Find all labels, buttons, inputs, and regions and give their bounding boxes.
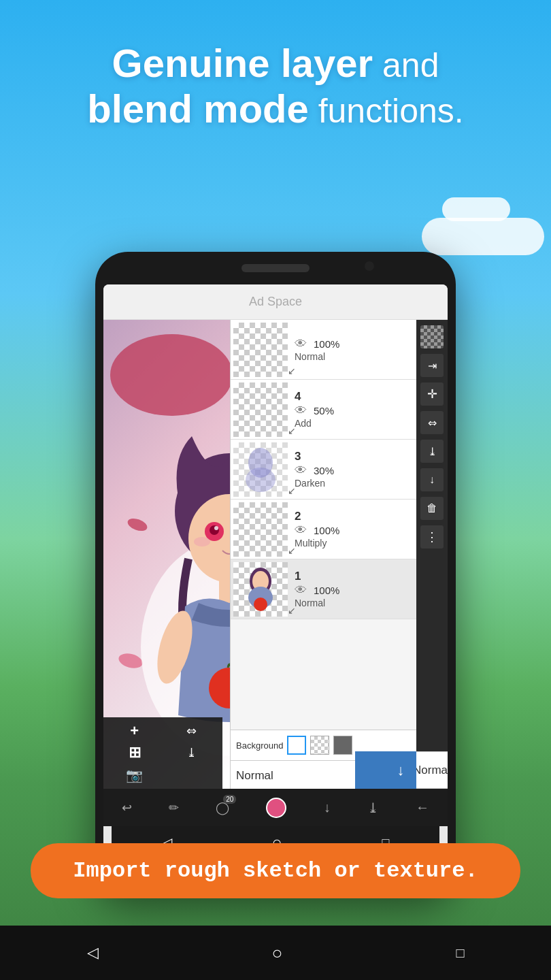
add-layer-btn[interactable]: + (107, 721, 163, 741)
drawing-toolbar: ↩ ✏ ◯ 20 ↓ ⤓ ← (103, 789, 448, 826)
layer-thumb-3 (233, 442, 288, 497)
bg-checker-swatch[interactable] (310, 736, 329, 755)
headline-bold-1: Genuine layer (112, 41, 373, 85)
headline: Genuine layer and blend mode functions. (0, 41, 551, 131)
layer-move-1: ↙ (288, 605, 296, 616)
move-icon[interactable]: ✛ (420, 382, 444, 406)
cloud-2 (442, 197, 510, 221)
layer-row-1[interactable]: 1 👁 100% Normal ↙ (231, 559, 448, 619)
cloud-1 (422, 218, 544, 255)
color-swatch[interactable] (266, 798, 286, 818)
flip-h-btn[interactable]: ⇔ (164, 721, 220, 741)
orange-banner-text: Import rough sketch or texture. (73, 858, 478, 883)
sys-home-btn[interactable]: ○ (272, 943, 283, 964)
normal-blend-label: Normal (413, 764, 448, 777)
layer-move-2: ↙ (288, 545, 296, 556)
layer-opacity-1: 100% (314, 585, 339, 596)
eye-icon-top[interactable]: 👁 (295, 337, 307, 351)
import-icon[interactable]: ⇥ (420, 354, 444, 377)
svg-point-13 (214, 526, 218, 530)
camera-btn[interactable]: 📷 (107, 765, 163, 785)
ad-text: Ad Space (249, 295, 302, 309)
brush-size-btn[interactable]: ◯ 20 (216, 800, 229, 815)
layer-move-top: ↙ (288, 365, 296, 376)
ad-bar: Ad Space (103, 284, 448, 320)
system-nav: ◁ ○ □ (0, 926, 551, 980)
merge-down-icon[interactable]: ⤓ (420, 440, 444, 463)
layer-opacity-2: 100% (314, 525, 339, 536)
layer-thumb-1 (233, 562, 288, 617)
undo-tool[interactable]: ↩ (122, 800, 132, 815)
svg-point-15 (194, 537, 210, 546)
layer-row-4[interactable]: 4 👁 50% Add ↙ (231, 380, 448, 440)
delete-icon[interactable]: 🗑 (420, 497, 444, 520)
orange-banner: Import rough sketch or texture. (31, 843, 520, 898)
phone-speaker (241, 264, 310, 272)
svg-point-3 (126, 516, 149, 533)
bg-white-swatch[interactable] (287, 736, 306, 755)
layer-row-2[interactable]: 2 👁 100% Multiply ↙ (231, 500, 448, 559)
eye-icon-2[interactable]: 👁 (295, 523, 307, 538)
layer-thumb-2 (233, 502, 288, 557)
layer-thumb-4 (233, 382, 288, 437)
svg-point-0 (110, 334, 233, 416)
eye-icon-4[interactable]: 👁 (295, 404, 307, 418)
phone-frame: Ad Space (95, 252, 456, 892)
headline-bold-2: blend mode (87, 86, 308, 131)
layer-move-3: ↙ (288, 485, 296, 496)
flip-icon[interactable]: ⇔ (420, 411, 444, 434)
svg-point-5 (117, 651, 144, 671)
svg-point-28 (254, 598, 267, 611)
phone-screen: Ad Space (103, 284, 448, 859)
headline-light-2: functions. (309, 92, 464, 130)
down-arrow-icon[interactable]: ↓ (420, 468, 444, 491)
layers-panel: 👁 100% Normal ↙ 4 👁 50% Add (230, 320, 448, 798)
layer-opacity-top: 100% (314, 338, 339, 350)
brush-tool[interactable]: ✏ (169, 800, 179, 815)
bg-label: Background (236, 740, 283, 751)
right-icons-panel: ⇥ ✛ ⇔ ⤓ ↓ 🗑 ⋮ (416, 320, 448, 789)
checker-icon[interactable] (420, 325, 444, 348)
headline-text: Genuine layer and blend mode functions. (27, 41, 524, 131)
down-tool[interactable]: ↓ (324, 800, 331, 815)
phone-camera (365, 261, 374, 271)
merge-btn[interactable]: ⤓ (164, 742, 220, 763)
back-tool[interactable]: ← (416, 800, 429, 815)
svg-point-24 (246, 468, 276, 492)
eye-icon-3[interactable]: 👁 (295, 463, 307, 478)
sys-recent-btn[interactable]: □ (456, 945, 464, 961)
layer-opacity-4: 50% (314, 405, 334, 416)
double-down-tool[interactable]: ⤓ (367, 800, 379, 816)
layer-row-3[interactable]: 3 👁 30% Darken ↙ (231, 440, 448, 500)
add-below-btn[interactable]: ⊞ (107, 742, 163, 763)
layer-scroll-icon: ↓ (397, 762, 405, 779)
more-icon[interactable]: ⋮ (420, 525, 444, 549)
layer-scroll-down[interactable]: ↓ (385, 751, 416, 789)
headline-light-1: and (373, 46, 439, 84)
layer-move-4: ↙ (288, 425, 296, 436)
layer-opacity-3: 30% (314, 465, 334, 476)
bg-dark-swatch[interactable] (333, 736, 352, 755)
layer-thumb-top (233, 323, 288, 377)
mini-toolbar: + ⇔ ⊞ ⤓ 📷 (103, 717, 222, 789)
eye-icon-1[interactable]: 👁 (295, 583, 307, 598)
layer-row-top[interactable]: 👁 100% Normal ↙ (231, 320, 448, 380)
sys-back-btn[interactable]: ◁ (87, 944, 99, 962)
